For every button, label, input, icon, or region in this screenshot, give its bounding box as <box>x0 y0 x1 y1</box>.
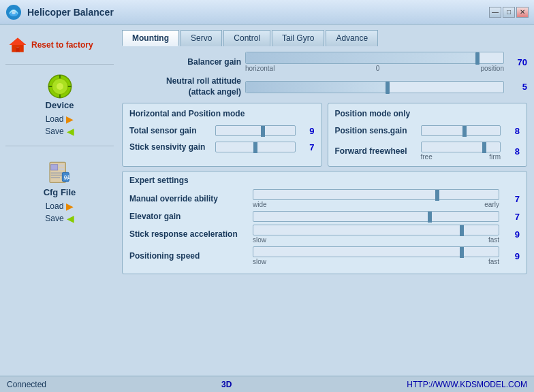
status-left: Connected <box>7 380 46 389</box>
tab-control[interactable]: Control <box>223 30 270 46</box>
svg-rect-19 <box>50 177 59 178</box>
balancer-gain-track[interactable] <box>245 52 504 64</box>
neutral-roll-row: Neutral roll attitude (attack angel) 5 <box>122 76 527 97</box>
elevator-gain-value: 7 <box>506 212 520 222</box>
positioning-speed-track[interactable] <box>253 246 499 257</box>
cfg-load-arrow-icon: ▶ <box>66 201 74 212</box>
factory-reset-button[interactable]: Reset to factory <box>5 31 114 59</box>
elevator-gain-row: Elevator gain 7 <box>129 211 520 222</box>
stick-response-track[interactable] <box>253 225 499 235</box>
neutral-roll-label: Neutral roll attitude (attack angel) <box>122 76 241 97</box>
tab-advance[interactable]: Advance <box>326 30 378 46</box>
balancer-gain-row: Balancer gain horizontal 0 position 70 <box>122 52 527 72</box>
manual-override-right: early <box>484 201 499 208</box>
elevator-gain-track[interactable] <box>253 211 499 222</box>
status-bar: Connected 3D HTTP://WWW.KDSMODEL.COM <box>0 376 534 392</box>
total-sensor-track[interactable] <box>215 125 296 136</box>
device-section: Device Load ▶ Save ◀ <box>5 70 114 140</box>
position-mode-title: Position mode only <box>335 109 520 118</box>
svg-rect-16 <box>59 168 64 170</box>
sidebar-divider-2 <box>5 146 114 146</box>
device-icon <box>46 73 74 100</box>
balancer-gain-value: 70 <box>511 57 527 67</box>
app-title: Helicoper Balancer <box>27 7 489 18</box>
cfg-icon: 01 10 <box>46 160 74 187</box>
device-save-button[interactable]: Save ◀ <box>45 125 74 137</box>
position-sens-value: 8 <box>507 126 520 136</box>
stick-response-label: Stick response acceleration <box>129 229 249 239</box>
balancer-gain-label: Balancer gain <box>122 57 241 67</box>
freewheel-right-label: firm <box>489 153 501 161</box>
stick-sensivity-value: 7 <box>302 142 315 152</box>
sidebar-divider-1 <box>5 64 114 65</box>
svg-rect-15 <box>59 165 64 167</box>
position-sens-track[interactable] <box>421 125 501 136</box>
manual-override-label: Manual override ability <box>129 194 249 203</box>
forward-freewheel-label: Forward freewheel <box>335 146 417 156</box>
positioning-speed-right: fast <box>488 258 499 265</box>
balancer-gain-sublabel-center: 0 <box>376 65 380 72</box>
svg-point-8 <box>57 83 63 90</box>
device-load-button[interactable]: Load ▶ <box>46 113 74 125</box>
positioning-speed-value: 9 <box>506 251 520 261</box>
cfg-label: Cfg File <box>44 187 76 197</box>
manual-override-row: Manual override ability wide early 7 <box>129 189 520 208</box>
manual-override-value: 7 <box>506 194 520 204</box>
forward-freewheel-value: 8 <box>507 146 520 157</box>
minimize-button[interactable]: — <box>489 7 501 18</box>
status-right: HTTP://WWW.KDSMODEL.COM <box>407 380 527 389</box>
window-controls: — □ ✕ <box>489 7 529 18</box>
positioning-speed-left: slow <box>253 258 266 265</box>
cfg-load-button[interactable]: Load ▶ <box>46 200 74 212</box>
tabs: Mounting Servo Control Tail Gyro Advance <box>122 30 527 46</box>
factory-reset-label: Reset to factory <box>31 40 93 50</box>
save-arrow-icon: ◀ <box>67 126 74 137</box>
tab-mounting[interactable]: Mounting <box>122 30 179 46</box>
expert-settings-title: Expert settings <box>129 176 520 185</box>
svg-text:10: 10 <box>63 176 69 180</box>
balancer-gain-sublabel-right: position <box>481 65 504 72</box>
sidebar: Reset to factory Device Load ▶ Save ◀ <box>0 24 119 376</box>
stick-response-left: slow <box>253 236 266 244</box>
position-mode-box: Position mode only Position sens.gain 8 <box>328 103 528 167</box>
freewheel-left-label: free <box>421 153 433 161</box>
load-arrow-icon: ▶ <box>66 114 74 125</box>
neutral-roll-value: 5 <box>511 82 527 92</box>
balancer-gain-sublabel-left: horizontal <box>245 65 274 72</box>
stick-response-right: fast <box>488 236 499 244</box>
cfg-save-arrow-icon: ◀ <box>67 213 74 224</box>
elevator-gain-label: Elevator gain <box>129 212 249 221</box>
close-button[interactable]: ✕ <box>516 7 529 18</box>
total-sensor-value: 9 <box>302 126 315 136</box>
forward-freewheel-track[interactable] <box>421 142 501 152</box>
manual-override-left: wide <box>253 201 267 208</box>
device-label: Device <box>46 100 74 110</box>
tab-servo[interactable]: Servo <box>180 30 222 46</box>
svg-rect-14 <box>50 165 57 170</box>
total-sensor-label: Total sensor gain <box>129 126 211 135</box>
horizontal-mode-box: Horizontal and Position mode Total senso… <box>122 103 322 167</box>
stick-sensivity-label: Stick sensivity gain <box>129 142 211 152</box>
stick-response-value: 9 <box>506 229 520 240</box>
positioning-speed-row: Positioning speed slow fast 9 <box>129 246 520 265</box>
manual-override-track[interactable] <box>253 189 499 200</box>
title-bar: Helicoper Balancer — □ ✕ <box>0 0 534 24</box>
total-sensor-row: Total sensor gain 9 <box>129 125 315 136</box>
cfg-save-button[interactable]: Save ◀ <box>45 212 74 225</box>
main-container: Reset to factory Device Load ▶ Save ◀ <box>0 24 534 376</box>
stick-sensivity-track[interactable] <box>215 142 296 152</box>
svg-marker-5 <box>10 38 27 46</box>
restore-button[interactable]: □ <box>503 7 515 18</box>
content-area: Mounting Servo Control Tail Gyro Advance… <box>119 24 534 376</box>
house-icon <box>8 35 27 54</box>
forward-freewheel-row: Forward freewheel free firm 8 <box>335 142 520 161</box>
stick-sensivity-row: Stick sensivity gain 7 <box>129 142 315 152</box>
expert-settings-box: Expert settings Manual override ability … <box>122 171 527 274</box>
positioning-speed-label: Positioning speed <box>129 251 249 261</box>
svg-point-2 <box>12 10 16 14</box>
app-icon <box>5 4 22 20</box>
neutral-roll-track[interactable] <box>245 81 504 93</box>
horizontal-mode-title: Horizontal and Position mode <box>129 109 315 118</box>
tab-tail-gyro[interactable]: Tail Gyro <box>272 30 324 46</box>
svg-rect-4 <box>16 48 19 52</box>
